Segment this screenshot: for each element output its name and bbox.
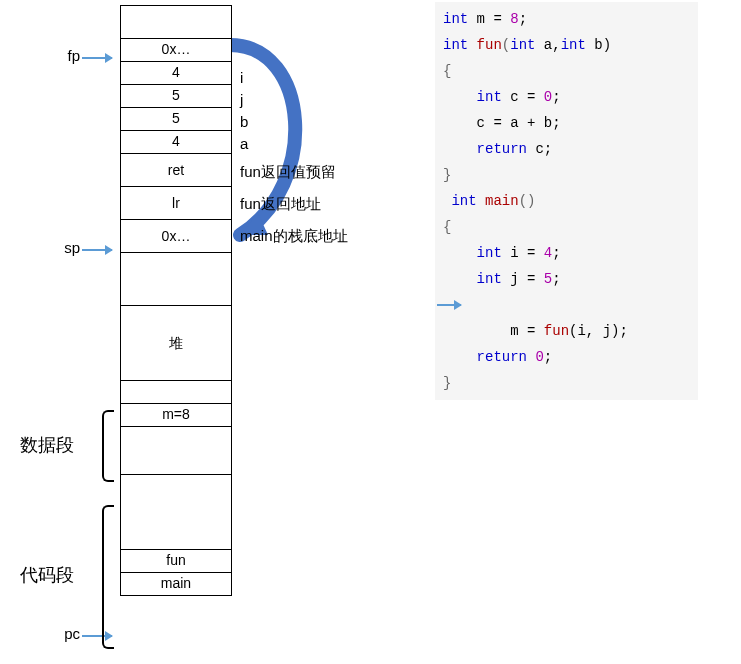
ann-j: j (240, 91, 243, 108)
code-segment-label: 代码段 (20, 563, 74, 587)
ann-lr: fun返回地址 (240, 195, 321, 214)
cell-a: 4 (121, 131, 231, 154)
cell-gap1 (121, 253, 231, 306)
sp-arrow (82, 249, 112, 251)
code-line-12: m = fun(i, j); (443, 292, 698, 344)
current-line-arrow-icon (437, 304, 461, 306)
cell-data-top (121, 381, 231, 404)
pc-label: pc (10, 625, 80, 642)
data-brace (102, 410, 114, 482)
code-line-10: int i = 4; (443, 240, 698, 266)
code-line-3: { (443, 58, 698, 84)
cell-main: main (121, 573, 231, 595)
curve-arrow (220, 35, 340, 255)
fp-label: fp (10, 47, 80, 64)
cell-lr: lr (121, 187, 231, 220)
cell-b: 5 (121, 108, 231, 131)
cell-data-bot (121, 427, 231, 449)
code-line-13: return 0; (443, 344, 698, 370)
ann-i: i (240, 69, 243, 86)
code-line-7: } (443, 162, 698, 188)
cell-main-fp: 0x… (121, 220, 231, 253)
data-segment-label: 数据段 (20, 433, 74, 457)
code-line-2: int fun(int a,int b) (443, 32, 698, 58)
cell-j: 5 (121, 85, 231, 108)
code-line-4: int c = 0; (443, 84, 698, 110)
ann-a: a (240, 135, 248, 152)
cell-fp-addr: 0x… (121, 39, 231, 62)
code-line-5: c = a + b; (443, 110, 698, 136)
ann-b: b (240, 113, 248, 130)
code-line-1: int m = 8; (443, 6, 698, 32)
code-brace (102, 505, 114, 649)
ann-mainfp: main的栈底地址 (240, 227, 348, 246)
cell-fun: fun (121, 550, 231, 573)
cell-code-gap (121, 474, 231, 550)
code-line-6: return c; (443, 136, 698, 162)
memory-column: 0x… 4 5 5 4 ret lr 0x… 堆 m=8 fun main (120, 5, 232, 596)
fp-arrow (82, 57, 112, 59)
code-panel: int m = 8; int fun(int a,int b) { int c … (435, 2, 698, 400)
cell-ret: ret (121, 154, 231, 187)
cell-i: 4 (121, 62, 231, 85)
cell-heap: 堆 (121, 306, 231, 381)
code-line-9: { (443, 214, 698, 240)
cell-top-empty (121, 6, 231, 39)
code-line-11: int j = 5; (443, 266, 698, 292)
code-line-14: } (443, 370, 698, 396)
ann-ret: fun返回值预留 (240, 163, 336, 182)
sp-label: sp (10, 239, 80, 256)
cell-m: m=8 (121, 404, 231, 427)
code-line-8: int main() (443, 188, 698, 214)
